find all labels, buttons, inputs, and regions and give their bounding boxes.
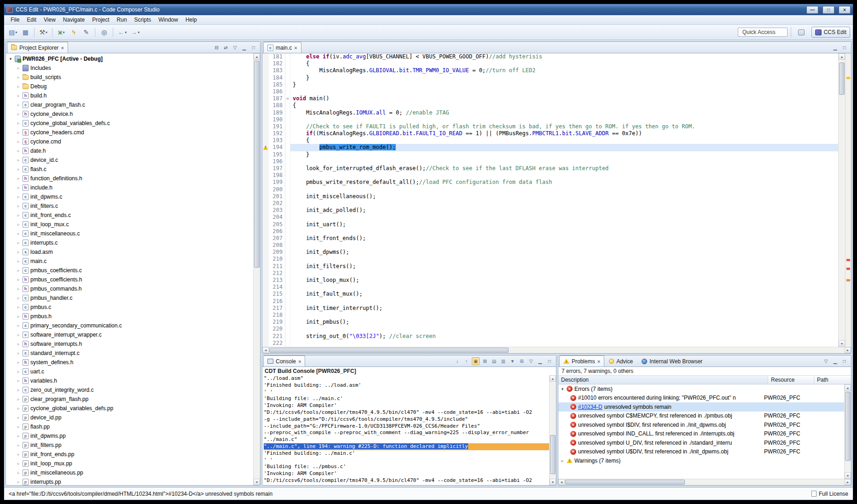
close-view-icon[interactable]: × bbox=[597, 359, 600, 364]
code-text[interactable] bbox=[290, 186, 838, 193]
code-line-212[interactable]: 212 bbox=[262, 270, 838, 277]
expand-arrow-icon[interactable]: ▹ bbox=[16, 314, 21, 319]
editor-hscrollbar[interactable]: ◄ ► bbox=[262, 347, 851, 353]
code-text[interactable] bbox=[290, 340, 838, 347]
tree-item-init-loop-mux-c[interactable]: ▹cinit_loop_mux.c bbox=[6, 220, 253, 229]
expand-arrow-icon[interactable]: ▹ bbox=[16, 250, 21, 254]
code-line-193[interactable]: 193 { bbox=[262, 137, 838, 144]
expand-arrow-icon[interactable]: ▹ bbox=[16, 323, 21, 328]
problem-row[interactable]: ×#10010 errors encountered during linkin… bbox=[558, 394, 844, 403]
problems-hscrollbar[interactable]: ◄ ► bbox=[558, 479, 851, 485]
tree-item-clear-program-flash-c[interactable]: ▹cclear_program_flash.c bbox=[6, 100, 253, 109]
column-path[interactable]: Path bbox=[814, 376, 851, 384]
code-text[interactable]: init_timer_interrupt(); bbox=[290, 305, 838, 312]
column-description[interactable]: Description bbox=[558, 376, 768, 384]
expand-arrow-icon[interactable]: ▹ bbox=[16, 158, 21, 162]
console-scrollbar[interactable]: ▲ ▼ bbox=[549, 375, 556, 485]
menu-run[interactable]: Run bbox=[113, 16, 131, 24]
code-text[interactable] bbox=[290, 228, 838, 235]
expand-arrow-icon[interactable]: ▹ bbox=[16, 185, 21, 190]
problem-row[interactable]: ×unresolved symbol I$DIV, first referenc… bbox=[558, 420, 844, 430]
menu-view[interactable]: View bbox=[40, 16, 59, 24]
flash-button[interactable]: ϟ bbox=[68, 27, 80, 38]
expand-arrow-icon[interactable]: ▹ bbox=[16, 277, 21, 282]
code-line-220[interactable]: 220 bbox=[262, 326, 838, 332]
tree-item-zero-out-integrity-word-c[interactable]: ▹czero_out_integrity_word.c bbox=[6, 385, 253, 395]
code-line-207[interactable]: 207 init_front_ends(); bbox=[262, 235, 838, 242]
back-button[interactable]: ←▾ bbox=[116, 27, 128, 38]
console-tab[interactable]: Console × bbox=[263, 355, 305, 367]
expand-arrow-icon[interactable]: ▹ bbox=[16, 470, 21, 475]
tree-item-build-h[interactable]: ▹hbuild.h bbox=[6, 91, 253, 100]
code-line-186[interactable]: 186 bbox=[262, 88, 838, 95]
tree-item-debug[interactable]: ▹Debug bbox=[6, 82, 253, 91]
code-text[interactable] bbox=[290, 326, 838, 332]
expand-arrow-icon[interactable]: ▹ bbox=[560, 458, 565, 463]
code-text[interactable] bbox=[290, 172, 838, 179]
code-text[interactable]: } bbox=[290, 151, 838, 158]
expand-arrow-icon[interactable]: ▹ bbox=[16, 84, 21, 89]
scroll-down-button[interactable]: ▼ bbox=[550, 479, 556, 485]
save-button[interactable]: ▦ bbox=[19, 27, 31, 38]
code-line-197[interactable]: 197 look_for_interrupted_dflash_erase();… bbox=[262, 165, 838, 172]
code-text[interactable]: } bbox=[290, 81, 838, 88]
expand-arrow-icon[interactable]: ▹ bbox=[16, 296, 21, 300]
column-resource[interactable]: Resource bbox=[768, 376, 814, 384]
expand-arrow-icon[interactable]: ▹ bbox=[16, 342, 21, 346]
expand-arrow-icon[interactable]: ▹ bbox=[16, 149, 21, 153]
code-line-221[interactable]: 221 string_out_0("\033[2J"); //clear scr… bbox=[262, 333, 838, 340]
expand-arrow-icon[interactable]: ▹ bbox=[16, 332, 21, 337]
code-line-208[interactable]: 208 bbox=[262, 242, 838, 249]
expand-arrow-icon[interactable]: ▹ bbox=[16, 66, 21, 70]
tree-item-includes[interactable]: ▹Includes bbox=[6, 63, 253, 73]
code-text[interactable]: init_pmbus(); bbox=[290, 319, 838, 326]
menu-help[interactable]: Help bbox=[182, 16, 201, 24]
scroll-down-button[interactable]: ▼ bbox=[254, 479, 260, 485]
code-line-182[interactable]: 182 { bbox=[262, 60, 838, 67]
tree-item-cyclone-global-variables-defs-c[interactable]: ▹ccyclone_global_variables_defs.c bbox=[6, 119, 253, 128]
code-text[interactable]: init_fault_mux(); bbox=[290, 291, 838, 298]
code-text[interactable]: { bbox=[290, 60, 838, 67]
tree-item-clear-program-flash-pp[interactable]: ▹pclear_program_flash.pp bbox=[6, 395, 253, 404]
tree-item-load-asm[interactable]: ▹sload.asm bbox=[6, 247, 253, 257]
code-line-216[interactable]: 216 bbox=[262, 298, 838, 305]
code-line-198[interactable]: 198 bbox=[262, 172, 838, 179]
tree-item-init-miscellaneous-c[interactable]: ▹cinit_miscellaneous.c bbox=[6, 229, 253, 238]
expand-arrow-icon[interactable]: ▹ bbox=[16, 93, 21, 98]
problems-group-error[interactable]: ▾×Errors (7 items) bbox=[558, 384, 844, 394]
expand-arrow-icon[interactable]: ▹ bbox=[16, 452, 21, 457]
menu-scripts[interactable]: Scripts bbox=[131, 16, 155, 24]
code-text[interactable]: void main() bbox=[290, 95, 838, 102]
close-view-icon[interactable]: × bbox=[298, 359, 301, 364]
tree-item-init-front-ends-c[interactable]: ▹cinit_front_ends.c bbox=[6, 211, 253, 220]
expand-arrow-icon[interactable]: ▹ bbox=[16, 204, 21, 208]
maximize-window-button[interactable]: □ bbox=[822, 6, 834, 14]
problem-row[interactable]: ×unresolved symbol U$DIV, first referenc… bbox=[558, 447, 844, 457]
code-text[interactable]: init_loop_mux(); bbox=[290, 277, 838, 284]
menu-project[interactable]: Project bbox=[88, 16, 113, 24]
minimize-view-button[interactable]: ▁ bbox=[240, 44, 248, 52]
overview-mark[interactable] bbox=[846, 259, 850, 261]
tree-item-cyclone-headers-cmd[interactable]: ▹§cyclone_headers.cmd bbox=[6, 128, 253, 137]
collapse-arrow-icon[interactable]: ▾ bbox=[560, 387, 565, 391]
explorer-root-item[interactable]: ▾PWR026_PFC [Active - Debug] bbox=[6, 54, 253, 63]
scrollbar-thumb[interactable] bbox=[839, 63, 845, 95]
code-line-202[interactable]: 202 bbox=[262, 200, 838, 207]
expand-arrow-icon[interactable]: ▹ bbox=[16, 305, 21, 309]
problem-row[interactable]: ×#10234-D unresolved symbols remain bbox=[558, 402, 844, 412]
clear-console-button[interactable]: ⊠ bbox=[481, 357, 489, 365]
next-annotation-button[interactable]: ↓ bbox=[453, 357, 461, 365]
maximize-view-button[interactable]: □ bbox=[545, 357, 553, 365]
expand-arrow-icon[interactable]: ▹ bbox=[16, 195, 21, 199]
scroll-right-button[interactable]: ► bbox=[845, 347, 851, 353]
error-code-link[interactable]: #10234-D bbox=[578, 404, 602, 410]
overview-mark[interactable] bbox=[846, 268, 850, 270]
expand-arrow-icon[interactable]: ▹ bbox=[16, 443, 21, 447]
code-text[interactable]: else if(iv.adc_avg[VBUS_CHANNEL] < VBUS_… bbox=[290, 53, 838, 60]
title-bar[interactable]: CCS Edit - PWR026_PFC/main.c - Code Comp… bbox=[4, 4, 853, 15]
link-with-editor-button[interactable]: ⇄ bbox=[222, 44, 230, 52]
tree-item-function-definitions-h[interactable]: ▹hfunction_definitions.h bbox=[6, 174, 253, 183]
expand-arrow-icon[interactable]: ▹ bbox=[16, 167, 21, 172]
collapse-all-button[interactable]: ⊟ bbox=[213, 44, 220, 52]
expand-arrow-icon[interactable]: ▹ bbox=[16, 121, 21, 126]
